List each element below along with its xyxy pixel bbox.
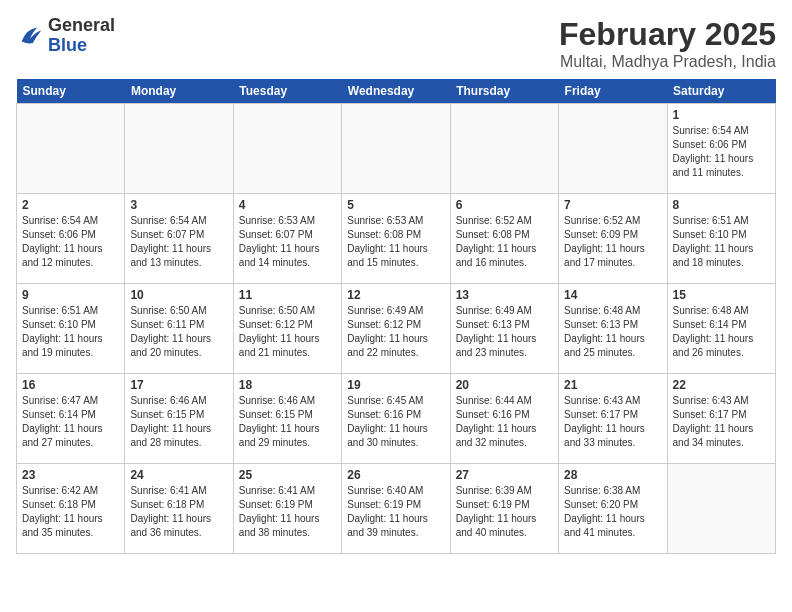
- week-row-2: 9Sunrise: 6:51 AM Sunset: 6:10 PM Daylig…: [17, 284, 776, 374]
- day-cell: 8Sunrise: 6:51 AM Sunset: 6:10 PM Daylig…: [667, 194, 775, 284]
- header-day-saturday: Saturday: [667, 79, 775, 104]
- day-cell: 28Sunrise: 6:38 AM Sunset: 6:20 PM Dayli…: [559, 464, 667, 554]
- day-cell: 16Sunrise: 6:47 AM Sunset: 6:14 PM Dayli…: [17, 374, 125, 464]
- day-number: 1: [673, 108, 770, 122]
- day-number: 27: [456, 468, 553, 482]
- day-info: Sunrise: 6:51 AM Sunset: 6:10 PM Dayligh…: [22, 304, 119, 360]
- day-info: Sunrise: 6:46 AM Sunset: 6:15 PM Dayligh…: [239, 394, 336, 450]
- day-info: Sunrise: 6:54 AM Sunset: 6:06 PM Dayligh…: [673, 124, 770, 180]
- day-cell: [559, 104, 667, 194]
- day-number: 11: [239, 288, 336, 302]
- location-title: Multai, Madhya Pradesh, India: [559, 53, 776, 71]
- day-number: 17: [130, 378, 227, 392]
- day-cell: [125, 104, 233, 194]
- day-info: Sunrise: 6:43 AM Sunset: 6:17 PM Dayligh…: [564, 394, 661, 450]
- day-cell: 10Sunrise: 6:50 AM Sunset: 6:11 PM Dayli…: [125, 284, 233, 374]
- day-number: 8: [673, 198, 770, 212]
- day-info: Sunrise: 6:41 AM Sunset: 6:18 PM Dayligh…: [130, 484, 227, 540]
- day-cell: 11Sunrise: 6:50 AM Sunset: 6:12 PM Dayli…: [233, 284, 341, 374]
- header-day-wednesday: Wednesday: [342, 79, 450, 104]
- header-day-friday: Friday: [559, 79, 667, 104]
- day-cell: [342, 104, 450, 194]
- day-cell: [450, 104, 558, 194]
- day-cell: 12Sunrise: 6:49 AM Sunset: 6:12 PM Dayli…: [342, 284, 450, 374]
- header-day-thursday: Thursday: [450, 79, 558, 104]
- day-number: 16: [22, 378, 119, 392]
- header-row: SundayMondayTuesdayWednesdayThursdayFrid…: [17, 79, 776, 104]
- day-info: Sunrise: 6:48 AM Sunset: 6:14 PM Dayligh…: [673, 304, 770, 360]
- day-number: 25: [239, 468, 336, 482]
- day-cell: 27Sunrise: 6:39 AM Sunset: 6:19 PM Dayli…: [450, 464, 558, 554]
- day-cell: 1Sunrise: 6:54 AM Sunset: 6:06 PM Daylig…: [667, 104, 775, 194]
- day-number: 10: [130, 288, 227, 302]
- day-cell: [233, 104, 341, 194]
- day-cell: 4Sunrise: 6:53 AM Sunset: 6:07 PM Daylig…: [233, 194, 341, 284]
- day-info: Sunrise: 6:49 AM Sunset: 6:13 PM Dayligh…: [456, 304, 553, 360]
- day-cell: 21Sunrise: 6:43 AM Sunset: 6:17 PM Dayli…: [559, 374, 667, 464]
- day-cell: [667, 464, 775, 554]
- day-info: Sunrise: 6:49 AM Sunset: 6:12 PM Dayligh…: [347, 304, 444, 360]
- day-info: Sunrise: 6:54 AM Sunset: 6:07 PM Dayligh…: [130, 214, 227, 270]
- day-number: 28: [564, 468, 661, 482]
- day-number: 12: [347, 288, 444, 302]
- logo: General Blue: [16, 16, 115, 56]
- day-info: Sunrise: 6:52 AM Sunset: 6:08 PM Dayligh…: [456, 214, 553, 270]
- day-info: Sunrise: 6:43 AM Sunset: 6:17 PM Dayligh…: [673, 394, 770, 450]
- day-info: Sunrise: 6:44 AM Sunset: 6:16 PM Dayligh…: [456, 394, 553, 450]
- day-number: 19: [347, 378, 444, 392]
- day-cell: 19Sunrise: 6:45 AM Sunset: 6:16 PM Dayli…: [342, 374, 450, 464]
- day-cell: 14Sunrise: 6:48 AM Sunset: 6:13 PM Dayli…: [559, 284, 667, 374]
- day-info: Sunrise: 6:53 AM Sunset: 6:07 PM Dayligh…: [239, 214, 336, 270]
- day-cell: [17, 104, 125, 194]
- day-info: Sunrise: 6:50 AM Sunset: 6:11 PM Dayligh…: [130, 304, 227, 360]
- day-info: Sunrise: 6:48 AM Sunset: 6:13 PM Dayligh…: [564, 304, 661, 360]
- day-number: 23: [22, 468, 119, 482]
- day-cell: 26Sunrise: 6:40 AM Sunset: 6:19 PM Dayli…: [342, 464, 450, 554]
- day-info: Sunrise: 6:46 AM Sunset: 6:15 PM Dayligh…: [130, 394, 227, 450]
- calendar-header: SundayMondayTuesdayWednesdayThursdayFrid…: [17, 79, 776, 104]
- header-day-monday: Monday: [125, 79, 233, 104]
- day-cell: 15Sunrise: 6:48 AM Sunset: 6:14 PM Dayli…: [667, 284, 775, 374]
- day-number: 13: [456, 288, 553, 302]
- header: General Blue February 2025 Multai, Madhy…: [16, 16, 776, 71]
- day-number: 20: [456, 378, 553, 392]
- day-cell: 17Sunrise: 6:46 AM Sunset: 6:15 PM Dayli…: [125, 374, 233, 464]
- day-cell: 7Sunrise: 6:52 AM Sunset: 6:09 PM Daylig…: [559, 194, 667, 284]
- header-day-sunday: Sunday: [17, 79, 125, 104]
- day-cell: 25Sunrise: 6:41 AM Sunset: 6:19 PM Dayli…: [233, 464, 341, 554]
- day-info: Sunrise: 6:50 AM Sunset: 6:12 PM Dayligh…: [239, 304, 336, 360]
- week-row-1: 2Sunrise: 6:54 AM Sunset: 6:06 PM Daylig…: [17, 194, 776, 284]
- title-area: February 2025 Multai, Madhya Pradesh, In…: [559, 16, 776, 71]
- day-info: Sunrise: 6:38 AM Sunset: 6:20 PM Dayligh…: [564, 484, 661, 540]
- day-number: 26: [347, 468, 444, 482]
- day-number: 18: [239, 378, 336, 392]
- calendar-table: SundayMondayTuesdayWednesdayThursdayFrid…: [16, 79, 776, 554]
- day-info: Sunrise: 6:42 AM Sunset: 6:18 PM Dayligh…: [22, 484, 119, 540]
- day-info: Sunrise: 6:39 AM Sunset: 6:19 PM Dayligh…: [456, 484, 553, 540]
- day-info: Sunrise: 6:41 AM Sunset: 6:19 PM Dayligh…: [239, 484, 336, 540]
- day-number: 24: [130, 468, 227, 482]
- day-cell: 3Sunrise: 6:54 AM Sunset: 6:07 PM Daylig…: [125, 194, 233, 284]
- day-number: 3: [130, 198, 227, 212]
- day-number: 9: [22, 288, 119, 302]
- week-row-0: 1Sunrise: 6:54 AM Sunset: 6:06 PM Daylig…: [17, 104, 776, 194]
- day-number: 7: [564, 198, 661, 212]
- day-cell: 24Sunrise: 6:41 AM Sunset: 6:18 PM Dayli…: [125, 464, 233, 554]
- week-row-4: 23Sunrise: 6:42 AM Sunset: 6:18 PM Dayli…: [17, 464, 776, 554]
- day-number: 4: [239, 198, 336, 212]
- day-cell: 18Sunrise: 6:46 AM Sunset: 6:15 PM Dayli…: [233, 374, 341, 464]
- day-cell: 22Sunrise: 6:43 AM Sunset: 6:17 PM Dayli…: [667, 374, 775, 464]
- day-cell: 6Sunrise: 6:52 AM Sunset: 6:08 PM Daylig…: [450, 194, 558, 284]
- day-info: Sunrise: 6:53 AM Sunset: 6:08 PM Dayligh…: [347, 214, 444, 270]
- day-cell: 13Sunrise: 6:49 AM Sunset: 6:13 PM Dayli…: [450, 284, 558, 374]
- day-info: Sunrise: 6:54 AM Sunset: 6:06 PM Dayligh…: [22, 214, 119, 270]
- day-number: 15: [673, 288, 770, 302]
- header-day-tuesday: Tuesday: [233, 79, 341, 104]
- day-cell: 2Sunrise: 6:54 AM Sunset: 6:06 PM Daylig…: [17, 194, 125, 284]
- day-info: Sunrise: 6:51 AM Sunset: 6:10 PM Dayligh…: [673, 214, 770, 270]
- day-cell: 20Sunrise: 6:44 AM Sunset: 6:16 PM Dayli…: [450, 374, 558, 464]
- week-row-3: 16Sunrise: 6:47 AM Sunset: 6:14 PM Dayli…: [17, 374, 776, 464]
- day-number: 14: [564, 288, 661, 302]
- day-number: 5: [347, 198, 444, 212]
- day-info: Sunrise: 6:47 AM Sunset: 6:14 PM Dayligh…: [22, 394, 119, 450]
